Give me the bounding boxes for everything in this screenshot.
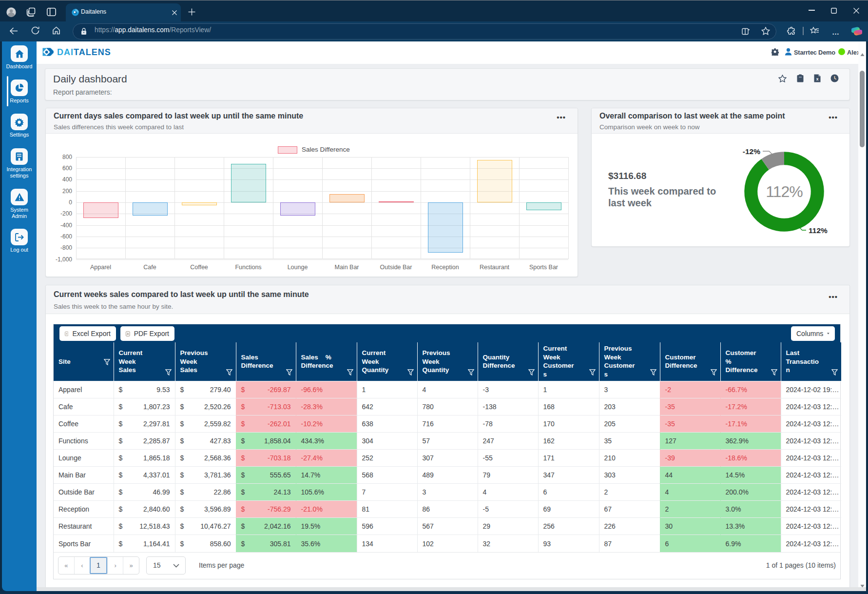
svg-text:x: x: [816, 77, 819, 81]
svg-text:-12%: -12%: [743, 147, 760, 156]
svg-text:112%: 112%: [766, 183, 803, 200]
svg-text:112%: 112%: [809, 226, 828, 235]
